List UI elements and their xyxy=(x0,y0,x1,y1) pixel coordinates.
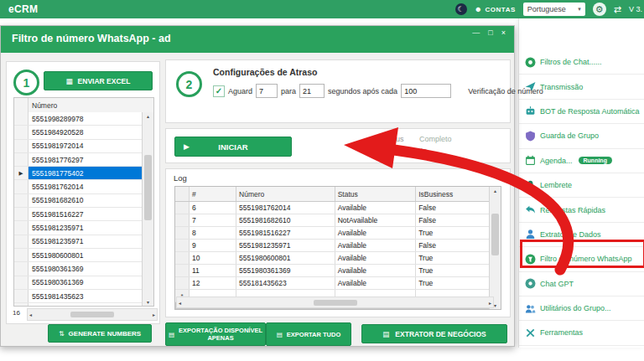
log-cell: Available xyxy=(335,202,416,214)
number-cell[interactable]: 5551984920528 xyxy=(29,126,143,138)
iniciar-button[interactable]: ▶ INICIAR xyxy=(174,137,292,157)
log-row[interactable]: 85551981516227AvailableTrue xyxy=(175,227,490,240)
close-icon[interactable]: × xyxy=(501,28,506,37)
log-row[interactable]: 115551980361369AvailableTrue xyxy=(175,265,490,277)
log-column-header: IsBusiness xyxy=(416,187,490,201)
scroll-up-icon[interactable]: ▴ xyxy=(490,188,501,193)
number-cell[interactable]: 5551981435623 xyxy=(29,290,143,302)
number-cell[interactable]: 5551981972014 xyxy=(29,140,143,152)
number-row[interactable]: 5551981972014 xyxy=(14,140,143,153)
number-cell[interactable]: 5551980361369 xyxy=(29,262,143,275)
sidebar-item-label: Filtro de número WhatsApp xyxy=(540,255,632,263)
scroll-left-icon[interactable]: ◂ xyxy=(29,312,32,317)
sync-swap-icon[interactable]: ⇄ xyxy=(614,4,621,15)
export-available-button[interactable]: ▤ EXPORTAÇÃO DISPONÍVEL APENAS xyxy=(165,322,266,346)
sidebar-item-filtros-de-chat[interactable]: Filtros de Chat...... xyxy=(519,50,644,75)
delay-to-input[interactable]: 21 xyxy=(299,84,325,98)
delay-from-input[interactable]: 7 xyxy=(256,84,278,98)
number-row[interactable]: 5551981776297 xyxy=(14,153,143,167)
number-row[interactable]: 5551981435623 xyxy=(14,290,143,303)
scrollbar-thumb[interactable] xyxy=(144,155,152,221)
number-row[interactable]: 5551984920528 xyxy=(14,126,143,139)
number-cell[interactable]: 5551981762014 xyxy=(29,180,143,193)
number-row[interactable]: 555181435623 xyxy=(14,303,143,307)
row-selector xyxy=(14,140,29,152)
contas-button[interactable]: ☻ CONTAS xyxy=(475,5,516,13)
sidebar-item-extrator-de-dados[interactable]: Extrator de Dados xyxy=(519,223,644,247)
sidebar-item-chat-gpt[interactable]: Chat GPT xyxy=(519,272,644,297)
sidebar-item-filtro-de-n-mero-whatsapp[interactable]: Filtro de número WhatsApp xyxy=(519,247,644,271)
number-cell[interactable]: 5551998289978 xyxy=(29,112,143,125)
minimize-icon[interactable]: — xyxy=(472,28,480,37)
number-cell[interactable]: 5551981775402 xyxy=(29,167,143,179)
delay-config-panel: 2 Configurações de Atraso ✓ Aguard 7 par… xyxy=(165,59,511,123)
batch-size-input[interactable]: 100 xyxy=(401,84,451,98)
sidebar-item-agenda[interactable]: Agenda...Running xyxy=(519,149,644,173)
numbers-horizontal-scrollbar[interactable]: ◂ ▸ xyxy=(27,308,158,321)
theme-moon-icon[interactable]: ☾ xyxy=(455,3,467,15)
number-cell[interactable]: 5551981516227 xyxy=(29,208,143,220)
number-cell[interactable]: 5551980361369 xyxy=(29,276,143,289)
sidebar-item-ferramentas[interactable]: Ferramentas xyxy=(519,321,644,345)
sidebar-item-utilit-rios-do-grupo[interactable]: Utilitários do Grupo... xyxy=(519,297,644,321)
row-selector xyxy=(175,240,190,251)
log-row[interactable]: 105551980600801AvailableTrue xyxy=(175,252,490,265)
log-horizontal-scrollbar[interactable]: ◂ ▸ xyxy=(176,297,494,308)
number-row[interactable]: 5551980600801 xyxy=(14,249,143,262)
maximize-icon[interactable]: □ xyxy=(488,28,492,37)
settings-gear-icon[interactable]: ⚙ xyxy=(593,3,606,16)
numbers-vertical-scrollbar[interactable]: ▴ ▾ xyxy=(142,112,153,306)
number-row[interactable]: 5551981682610 xyxy=(14,194,143,208)
sidebar-item-label: Chat GPT xyxy=(540,280,574,288)
numbers-row-count: 16 xyxy=(13,309,20,317)
calendar-icon xyxy=(525,155,536,166)
log-cell: 555181435623 xyxy=(236,277,335,289)
business-extractor-button[interactable]: ▤ EXTRATOR DE NEGÓCIOS xyxy=(361,324,507,343)
log-row[interactable]: 95551981235971AvailableFalse xyxy=(175,240,490,252)
scrollbar-thumb[interactable] xyxy=(491,214,499,255)
log-panel: Log #NúmeroStatusIsBusiness 655519817620… xyxy=(165,168,511,317)
number-row[interactable]: 5551980361369 xyxy=(14,276,143,290)
sidebar-item-bot-de-resposta-autom-tica[interactable]: BOT de Resposta Automática xyxy=(519,100,644,124)
number-cell[interactable]: 555181435623 xyxy=(29,303,143,307)
scrollbar-thumb[interactable] xyxy=(70,312,114,317)
scroll-left-icon[interactable]: ◂ xyxy=(179,300,181,306)
number-cell[interactable]: 5551981235971 xyxy=(29,235,143,248)
number-row[interactable]: 5551998289978 xyxy=(14,112,143,126)
wait-checkbox[interactable]: ✓ xyxy=(213,85,225,97)
tools-icon xyxy=(525,327,536,338)
scroll-up-icon[interactable]: ▴ xyxy=(143,113,153,119)
enviar-excel-button[interactable]: ▦ ENVIAR EXCEL xyxy=(44,71,153,90)
number-row[interactable]: 5551981516227 xyxy=(14,208,143,221)
log-vertical-scrollbar[interactable]: ▴ ▾ xyxy=(489,187,501,309)
chatgpt-icon xyxy=(525,278,536,289)
scrollbar-thumb[interactable] xyxy=(314,300,357,306)
number-row[interactable]: 5551980361369 xyxy=(14,262,143,276)
log-cell: Available xyxy=(335,240,416,251)
number-row[interactable]: 5551981235971 xyxy=(14,221,143,235)
sidebar-item-guarda-de-grupo[interactable]: Guarda de Grupo xyxy=(519,124,644,148)
language-select[interactable]: Portuguese ▾ xyxy=(523,3,585,16)
dialog-body: 1 ▦ ENVIAR EXCEL Número 5551998289978555… xyxy=(1,53,514,346)
log-row[interactable]: 65551981762014AvailableFalse xyxy=(175,202,490,214)
scroll-right-icon[interactable]: ▸ xyxy=(489,300,491,306)
extractor-doc-icon: ▤ xyxy=(382,330,389,338)
row-selector xyxy=(14,180,29,193)
number-cell[interactable]: 5551981776297 xyxy=(29,153,143,166)
sidebar-item-lembrete[interactable]: Lembrete xyxy=(519,173,644,198)
number-row[interactable]: ▶5551981775402 xyxy=(14,167,143,180)
export-all-button[interactable]: ▤ EXPORTAR TUDO xyxy=(266,322,351,346)
row-selector xyxy=(175,214,190,226)
log-row[interactable]: 75551981682610NotAvailableFalse xyxy=(175,214,490,227)
scroll-right-icon[interactable]: ▸ xyxy=(153,312,155,317)
number-row[interactable]: 5551981235971 xyxy=(14,235,143,249)
number-row[interactable]: 5551981762014 xyxy=(14,180,143,193)
sidebar-item-respostas-r-pidas[interactable]: Respostas Rápidas xyxy=(519,198,644,222)
log-row[interactable]: 12555181435623AvailableTrue xyxy=(175,277,490,290)
number-cell[interactable]: 5551980600801 xyxy=(29,249,143,261)
number-cell[interactable]: 5551981235971 xyxy=(29,221,143,234)
generate-numbers-button[interactable]: ⇅ GENERATE NUMBERS xyxy=(48,324,152,343)
dialog-titlebar[interactable]: Filtro de número WhatsApp - ad — □ × xyxy=(1,26,514,53)
number-cell[interactable]: 5551981682610 xyxy=(29,194,143,207)
scroll-down-icon[interactable]: ▾ xyxy=(143,299,153,305)
